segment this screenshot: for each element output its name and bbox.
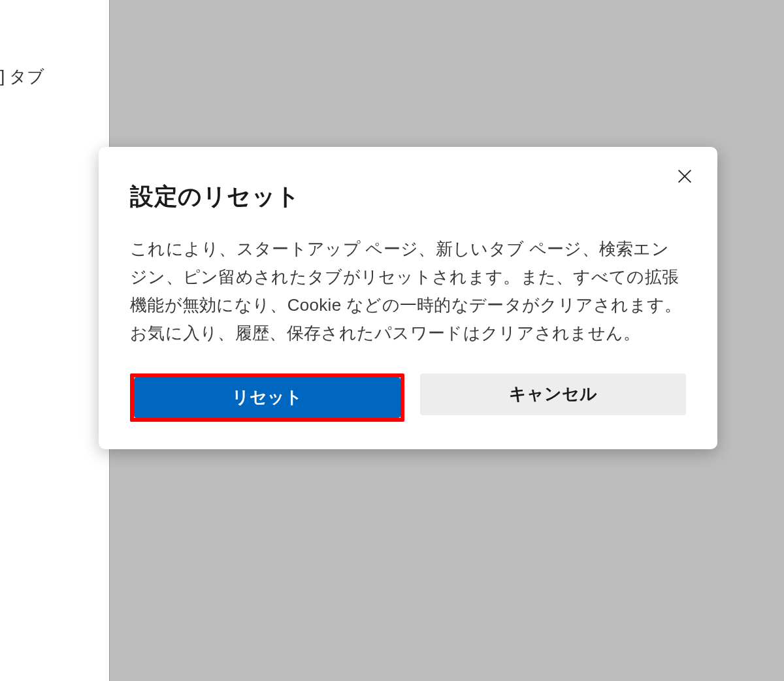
reset-settings-dialog: 設定のリセット これにより、スタートアップ ページ、新しいタブ ページ、検索エン… [99,147,717,449]
background-text-fragment: ] タブ [0,65,44,88]
dialog-button-row: リセット キャンセル [130,373,686,422]
dialog-body-text: これにより、スタートアップ ページ、新しいタブ ページ、検索エンジン、ピン留めさ… [130,235,686,347]
dialog-title: 設定のリセット [130,181,686,213]
background-left-panel [0,0,109,681]
reset-button[interactable]: リセット [134,377,400,418]
close-button[interactable] [670,163,699,191]
cancel-button[interactable]: キャンセル [420,373,687,415]
close-icon [676,167,694,187]
reset-button-highlight: リセット [130,373,404,422]
